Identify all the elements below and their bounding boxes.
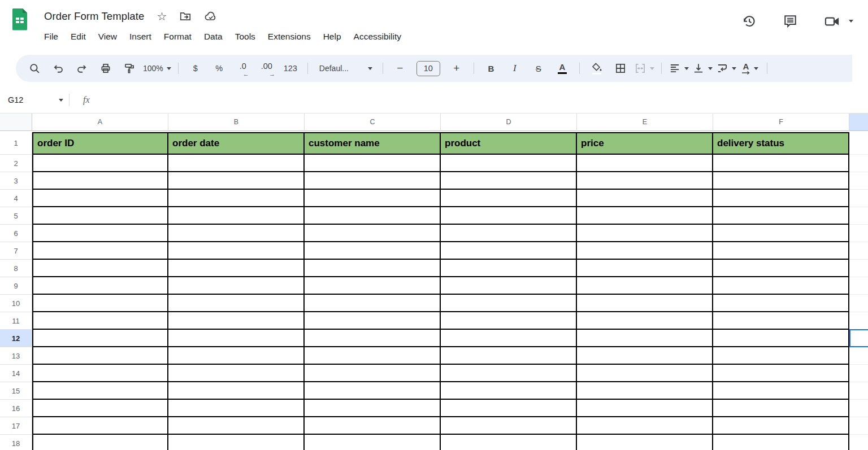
menu-data[interactable]: Data [198,29,229,44]
cell-f4[interactable] [713,190,849,207]
cell-b11[interactable] [168,312,305,330]
cell-g9-partial[interactable] [849,277,868,295]
cell-d4[interactable] [441,190,577,207]
cell-e16[interactable] [577,400,713,417]
menu-insert[interactable]: Insert [123,29,158,44]
cell-c11[interactable] [305,312,441,330]
menu-extensions[interactable]: Extensions [262,29,317,44]
cell-e9[interactable] [577,277,713,295]
cell-e3[interactable] [577,172,713,190]
cell-g2-partial[interactable] [849,155,868,172]
menu-file[interactable]: File [44,29,64,44]
cell-b4[interactable] [168,190,305,207]
format-percent-button[interactable]: % [209,59,229,78]
cell-b8[interactable] [168,260,305,277]
cell-a5[interactable] [32,207,168,225]
row-header-18[interactable]: 18 [0,435,32,450]
cell-g5-partial[interactable] [849,207,868,225]
cell-g18-partial[interactable] [849,435,868,450]
borders-button[interactable] [610,59,631,78]
name-box[interactable]: G12 [8,95,69,104]
cell-a1[interactable]: order ID [32,132,168,155]
cell-d14[interactable] [441,365,577,382]
cell-d5[interactable] [441,207,577,225]
row-header-17[interactable]: 17 [0,417,32,435]
cell-e5[interactable] [577,207,713,225]
cell-a7[interactable] [32,242,168,260]
cell-a10[interactable] [32,295,168,312]
row-header-3[interactable]: 3 [0,172,32,190]
version-history-icon[interactable] [741,14,757,29]
cell-g4-partial[interactable] [849,190,868,207]
cell-f5[interactable] [713,207,849,225]
row-header-16[interactable]: 16 [0,400,32,417]
cell-a2[interactable] [32,155,168,172]
cell-b7[interactable] [168,242,305,260]
cell-e10[interactable] [577,295,713,312]
menu-help[interactable]: Help [317,29,348,44]
cell-f1[interactable]: delivery status [713,132,849,155]
cell-c16[interactable] [305,400,441,417]
cell-f17[interactable] [713,417,849,435]
cell-g6-partial[interactable] [849,225,868,242]
cell-f15[interactable] [713,382,849,400]
cell-f11[interactable] [713,312,849,330]
cell-g13-partial[interactable] [849,347,868,365]
cell-c5[interactable] [305,207,441,225]
row-header-4[interactable]: 4 [0,190,32,207]
menu-accessibility[interactable]: Accessibility [348,29,407,44]
cell-b6[interactable] [168,225,305,242]
search-button[interactable] [24,59,45,78]
row-header-2[interactable]: 2 [0,155,32,172]
cell-g14-partial[interactable] [849,365,868,382]
cell-f9[interactable] [713,277,849,295]
cloud-saved-icon[interactable] [204,10,218,23]
cell-c1[interactable]: customer name [305,132,441,155]
print-button[interactable] [96,59,116,78]
fill-color-button[interactable] [587,59,607,78]
row-header-12[interactable]: 12 [0,330,32,347]
meet-call-control[interactable] [824,15,853,28]
cell-f18[interactable] [713,435,849,450]
cell-a15[interactable] [32,382,168,400]
cell-b2[interactable] [168,155,305,172]
cell-e12[interactable] [577,330,713,347]
cell-a9[interactable] [32,277,168,295]
column-header-e[interactable]: E [577,113,713,131]
cell-d16[interactable] [441,400,577,417]
cell-c3[interactable] [305,172,441,190]
star-icon[interactable]: ☆ [157,11,167,22]
cell-c2[interactable] [305,155,441,172]
cell-f2[interactable] [713,155,849,172]
cell-b16[interactable] [168,400,305,417]
column-header-c[interactable]: C [305,113,441,131]
column-header-d[interactable]: D [441,113,577,131]
cell-e13[interactable] [577,347,713,365]
text-wrap-button[interactable] [716,59,736,78]
cell-c14[interactable] [305,365,441,382]
cell-c18[interactable] [305,435,441,450]
cell-g16-partial[interactable] [849,400,868,417]
cell-b14[interactable] [168,365,305,382]
cell-d9[interactable] [441,277,577,295]
cell-a14[interactable] [32,365,168,382]
document-title[interactable]: Order Form Template [44,10,144,23]
column-header-f[interactable]: F [713,113,849,131]
cell-a13[interactable] [32,347,168,365]
cell-g10-partial[interactable] [849,295,868,312]
redo-button[interactable] [72,59,92,78]
cell-d10[interactable] [441,295,577,312]
cell-e6[interactable] [577,225,713,242]
menu-tools[interactable]: Tools [229,29,262,44]
cell-b18[interactable] [168,435,305,450]
undo-button[interactable] [48,59,68,78]
font-selector[interactable]: Defaul... [315,59,376,78]
cell-c9[interactable] [305,277,441,295]
cell-c6[interactable] [305,225,441,242]
decrease-font-size-button[interactable]: − [390,59,410,78]
cell-f13[interactable] [713,347,849,365]
comments-icon[interactable] [783,14,798,29]
cell-g1-partial[interactable] [849,132,868,155]
cell-b1[interactable]: order date [168,132,305,155]
menu-view[interactable]: View [92,29,123,44]
